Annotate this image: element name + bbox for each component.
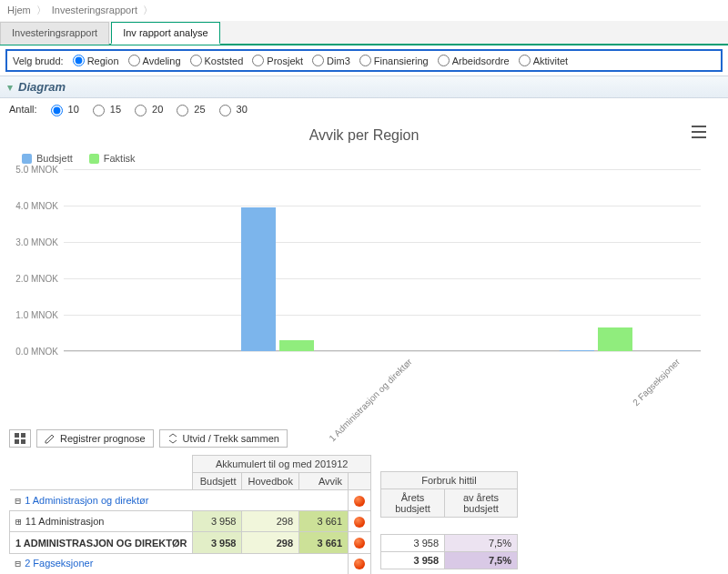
registrer-prognose-button[interactable]: Registrer prognose bbox=[36, 429, 154, 448]
antall-15[interactable]: 15 bbox=[88, 102, 121, 116]
expand-icon[interactable]: ⊞ bbox=[15, 516, 22, 528]
radio-aktivitet-input[interactable] bbox=[519, 55, 531, 66]
antall-15-input[interactable] bbox=[93, 105, 105, 116]
utvid-trekk-button[interactable]: Utvid / Trekk sammen bbox=[159, 429, 288, 448]
ytick: 1.0 MNOK bbox=[13, 310, 58, 320]
radio-avdeling[interactable]: Avdeling bbox=[128, 55, 181, 66]
cell: 3 958 bbox=[193, 532, 242, 553]
row-label[interactable]: ⊞11 Administrasjon bbox=[10, 511, 193, 532]
chart-menu-icon[interactable] bbox=[692, 126, 706, 138]
radio-avdeling-input[interactable] bbox=[128, 55, 140, 66]
utvid-trekk-label: Utvid / Trekk sammen bbox=[183, 433, 279, 444]
svg-rect-2 bbox=[15, 439, 19, 444]
antall-25[interactable]: 25 bbox=[172, 102, 205, 116]
expand-icon[interactable]: ⊟ bbox=[15, 495, 22, 507]
legend-faktisk-label: Faktisk bbox=[104, 153, 136, 164]
bar-faktisk-1[interactable] bbox=[598, 327, 632, 351]
row-label[interactable]: ⊟2 Fagseksjoner bbox=[10, 553, 193, 574]
table-wrap: Akkumulert til og med 201912 Budsjett Ho… bbox=[0, 453, 728, 574]
cell-av: 7,5% bbox=[445, 551, 518, 569]
col-group-forbruk: Forbruk hittil bbox=[381, 471, 518, 488]
legend-faktisk[interactable]: Faktisk bbox=[89, 153, 136, 164]
cell: 3 958 bbox=[193, 511, 242, 532]
breadcrumb-home[interactable]: Hjem bbox=[7, 5, 31, 15]
radio-arbeidsordre[interactable]: Arbeidsordre bbox=[438, 55, 510, 66]
chart-title: Avvik per Region bbox=[18, 127, 710, 144]
tab-investeringsrapport[interactable]: Investeringsrapport bbox=[0, 22, 109, 45]
row-label[interactable]: ⊟1 Administrasjon og direktør bbox=[10, 490, 193, 511]
section-diagram-title: Diagram bbox=[18, 80, 66, 94]
radio-finansiering-input[interactable] bbox=[359, 55, 371, 66]
cell-av: 7,5% bbox=[445, 534, 518, 551]
bar-faktisk-0[interactable] bbox=[279, 340, 314, 351]
antall-row: Antall: 10 15 20 25 30 bbox=[0, 98, 728, 120]
antall-label: Antall: bbox=[9, 104, 37, 115]
xlabel-1: 2 Fagseksjoner bbox=[631, 357, 682, 408]
chart-legend: Budsjett Faktisk bbox=[18, 153, 710, 169]
cell: 3 661 bbox=[299, 532, 349, 553]
antall-20-label: 20 bbox=[152, 104, 163, 115]
expand-icon[interactable]: ⊟ bbox=[15, 558, 22, 569]
tab-inv-rapport-analyse[interactable]: Inv rapport analyse bbox=[111, 22, 220, 45]
col-budsjett: Budsjett bbox=[193, 473, 242, 490]
legend-swatch-green bbox=[89, 154, 99, 164]
radio-arbeidsordre-label: Arbeidsordre bbox=[452, 55, 510, 66]
row-label: 1 ADMINISTRASJON OG DIREKTØR bbox=[10, 532, 193, 553]
antall-10-input[interactable] bbox=[51, 105, 63, 116]
ytick: 4.0 MNOK bbox=[13, 201, 58, 211]
radio-region-input[interactable] bbox=[73, 55, 85, 66]
section-diagram-header[interactable]: ▾ Diagram bbox=[0, 76, 728, 98]
antall-10-label: 10 bbox=[68, 104, 79, 115]
cell: 298 bbox=[242, 511, 299, 532]
antall-30[interactable]: 30 bbox=[215, 102, 248, 116]
antall-10[interactable]: 10 bbox=[46, 102, 79, 116]
ytick: 0.0 MNOK bbox=[13, 347, 58, 357]
cell: 3 661 bbox=[299, 511, 349, 532]
svg-rect-0 bbox=[15, 433, 19, 438]
antall-20[interactable]: 20 bbox=[130, 102, 163, 116]
velg-brudd-bar: Velg brudd: Region Avdeling Koststed Pro… bbox=[5, 49, 723, 72]
antall-20-input[interactable] bbox=[135, 105, 147, 116]
svg-rect-1 bbox=[21, 433, 25, 438]
grid-icon bbox=[15, 433, 25, 444]
radio-prosjekt-input[interactable] bbox=[252, 55, 264, 66]
breadcrumb-page[interactable]: Investeringsrapport bbox=[52, 5, 137, 15]
col-hovedbok: Hovedbok bbox=[242, 473, 299, 490]
radio-dim3-label: Dim3 bbox=[327, 55, 350, 66]
radio-dim3[interactable]: Dim3 bbox=[312, 55, 350, 66]
radio-avdeling-label: Avdeling bbox=[143, 55, 181, 66]
col-av-aarets: av årets budsjett bbox=[445, 488, 518, 517]
col-aarets-budsjett: Årets budsjett bbox=[381, 488, 445, 517]
registrer-prognose-label: Registrer prognose bbox=[60, 433, 146, 444]
radio-finansiering[interactable]: Finansiering bbox=[359, 55, 429, 66]
breadcrumb-sep2: 〉 bbox=[143, 5, 153, 15]
antall-25-input[interactable] bbox=[177, 105, 188, 116]
antall-25-label: 25 bbox=[194, 104, 205, 115]
radio-region[interactable]: Region bbox=[73, 55, 119, 66]
ytick: 5.0 MNOK bbox=[13, 165, 58, 175]
radio-arbeidsordre-input[interactable] bbox=[438, 55, 450, 66]
legend-budsjett-label: Budsjett bbox=[36, 153, 73, 164]
antall-30-input[interactable] bbox=[219, 105, 231, 116]
radio-koststed-input[interactable] bbox=[190, 55, 202, 66]
status-dot-icon bbox=[354, 559, 365, 569]
radio-aktivitet[interactable]: Aktivitet bbox=[519, 55, 569, 66]
collapse-icon: ▾ bbox=[7, 81, 13, 94]
breadcrumb-sep: 〉 bbox=[36, 5, 46, 15]
ytick: 2.0 MNOK bbox=[13, 274, 58, 284]
radio-koststed-label: Koststed bbox=[205, 55, 244, 66]
radio-prosjekt[interactable]: Prosjekt bbox=[252, 55, 303, 66]
radio-region-label: Region bbox=[87, 55, 119, 66]
pencil-icon bbox=[45, 433, 56, 444]
chart-plot-area: 0.0 MNOK1.0 MNOK2.0 MNOK3.0 MNOK4.0 MNOK… bbox=[64, 169, 701, 351]
radio-aktivitet-label: Aktivitet bbox=[533, 55, 569, 66]
main-table: Akkumulert til og med 201912 Budsjett Ho… bbox=[9, 455, 371, 574]
radio-dim3-input[interactable] bbox=[312, 55, 324, 66]
grid-layout-button[interactable] bbox=[9, 429, 31, 448]
legend-budsjett[interactable]: Budsjett bbox=[22, 153, 73, 164]
cell: 298 bbox=[242, 532, 299, 553]
radio-koststed[interactable]: Koststed bbox=[190, 55, 244, 66]
bar-budsjett-0[interactable] bbox=[241, 207, 276, 351]
radio-finansiering-label: Finansiering bbox=[374, 55, 429, 66]
col-group-akkumulert: Akkumulert til og med 201912 bbox=[193, 456, 371, 473]
